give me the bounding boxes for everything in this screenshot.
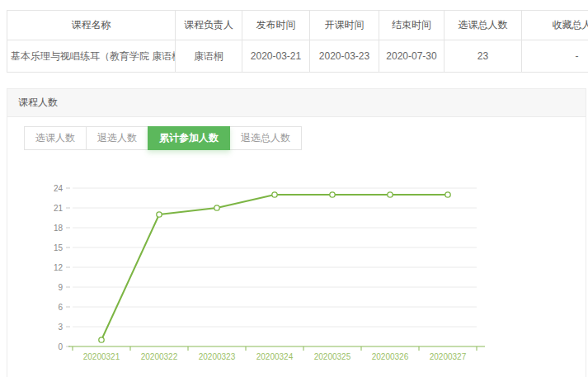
course-table-header: 课程名称 课程负责人 发布时间 开课时间 结束时间 选课总人数 收藏总人数 [7, 11, 588, 40]
svg-text:6: 6 [58, 303, 63, 312]
column-header-publish-time: 发布时间 [242, 11, 310, 40]
svg-text:21: 21 [54, 204, 64, 213]
svg-text:24: 24 [54, 184, 64, 193]
course-info-table: 课程名称 课程负责人 发布时间 开课时间 结束时间 选课总人数 收藏总人数 基本… [7, 10, 588, 73]
panel-title: 课程人数 [7, 89, 586, 117]
cell-favorite-total: - [522, 40, 588, 73]
svg-text:20200322: 20200322 [141, 352, 178, 361]
cell-end-time: 2020-07-30 [379, 40, 445, 73]
chart-tab-bar: 选课人数 退选人数 累计参加人数 退选总人数 [24, 126, 302, 150]
svg-text:20200323: 20200323 [199, 352, 236, 361]
cell-course-name: 基本乐理与视唱练耳（教育学院 康语桐） [7, 40, 176, 73]
column-header-favorite-total: 收藏总人数 [522, 11, 588, 40]
tab-total-withdrawn-count[interactable]: 退选总人数 [229, 126, 302, 150]
svg-text:0: 0 [58, 342, 63, 351]
svg-text:20200325: 20200325 [314, 352, 351, 361]
tab-cumulative-participants[interactable]: 累计参加人数 [148, 126, 230, 150]
svg-text:20200327: 20200327 [430, 352, 467, 361]
svg-text:3: 3 [58, 323, 63, 332]
header-row: 课程名称 课程负责人 发布时间 开课时间 结束时间 选课总人数 收藏总人数 [7, 11, 588, 40]
svg-text:20200321: 20200321 [83, 352, 120, 361]
column-header-enroll-total: 选课总人数 [445, 11, 522, 40]
cell-course-leader: 康语桐 [176, 40, 242, 73]
column-header-course-name: 课程名称 [7, 11, 176, 40]
svg-text:20200326: 20200326 [372, 352, 409, 361]
tab-withdrawn-count[interactable]: 退选人数 [86, 126, 148, 150]
svg-text:12: 12 [54, 263, 64, 272]
svg-text:9: 9 [58, 283, 63, 292]
line-chart: 0369121518212420200321202003222020032320… [0, 157, 536, 373]
svg-text:20200324: 20200324 [256, 352, 294, 361]
cell-enroll-total: 23 [445, 40, 522, 73]
table-row: 基本乐理与视唱练耳（教育学院 康语桐） 康语桐 2020-03-21 2020-… [7, 40, 588, 73]
svg-text:18: 18 [54, 224, 64, 233]
column-header-end-time: 结束时间 [379, 11, 445, 40]
tab-selected-count[interactable]: 选课人数 [24, 126, 87, 150]
column-header-course-leader: 课程负责人 [176, 11, 242, 40]
svg-text:15: 15 [54, 243, 64, 252]
cell-publish-time: 2020-03-21 [242, 40, 310, 73]
cell-start-time: 2020-03-23 [310, 40, 379, 73]
column-header-start-time: 开课时间 [310, 11, 379, 40]
